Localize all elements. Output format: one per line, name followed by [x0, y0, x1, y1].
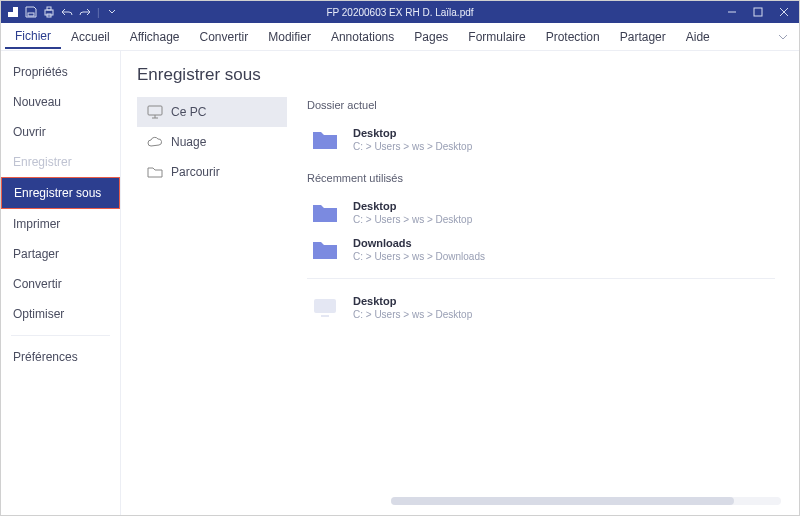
title-bar: | FP 20200603 EX RH D. Laïla.pdf [1, 1, 799, 23]
svg-rect-7 [754, 8, 762, 16]
menu-modifier[interactable]: Modifier [258, 26, 321, 48]
sidebar-item-partager[interactable]: Partager [1, 239, 120, 269]
entry-path: C: > Users > ws > Desktop [353, 141, 472, 152]
sidebar-item-ouvrir[interactable]: Ouvrir [1, 117, 120, 147]
entry-name: Desktop [353, 295, 472, 307]
monitor-icon [147, 105, 163, 119]
entry-path: C: > Users > ws > Downloads [353, 251, 485, 262]
file-sidebar: Propriétés Nouveau Ouvrir Enregistrer En… [1, 51, 121, 515]
redo-icon[interactable] [79, 6, 91, 18]
window-controls [721, 3, 795, 21]
menu-formulaire[interactable]: Formulaire [458, 26, 535, 48]
entry-text: Desktop C: > Users > ws > Desktop [353, 295, 472, 320]
sidebar-item-nouveau[interactable]: Nouveau [1, 87, 120, 117]
entry-name: Desktop [353, 200, 472, 212]
menu-convertir[interactable]: Convertir [190, 26, 259, 48]
location-this-pc[interactable]: Ce PC [137, 97, 287, 127]
cloud-icon [147, 135, 163, 149]
menu-bar: Fichier Accueil Affichage Convertir Modi… [1, 23, 799, 51]
folder-fill-icon [311, 128, 339, 152]
location-label: Parcourir [171, 165, 220, 179]
sidebar-item-preferences[interactable]: Préférences [1, 342, 120, 372]
menu-fichier[interactable]: Fichier [5, 25, 61, 49]
entry-text: Downloads C: > Users > ws > Downloads [353, 237, 485, 262]
app-logo-icon [7, 6, 19, 18]
save-as-panel: Enregistrer sous Ce PC Nuage [121, 51, 799, 515]
svg-rect-2 [28, 13, 34, 16]
svg-rect-12 [321, 315, 329, 317]
location-label: Nuage [171, 135, 206, 149]
undo-icon[interactable] [61, 6, 73, 18]
menu-aide[interactable]: Aide [676, 26, 720, 48]
scrollbar-thumb[interactable] [391, 497, 734, 505]
locations-content: Dossier actuel Desktop C: > Users > ws >… [287, 97, 783, 515]
location-browse[interactable]: Parcourir [137, 157, 287, 187]
title-bar-left: | [1, 6, 118, 18]
svg-rect-1 [8, 7, 13, 12]
location-cloud[interactable]: Nuage [137, 127, 287, 157]
sidebar-item-convertir[interactable]: Convertir [1, 269, 120, 299]
other-entry[interactable]: Desktop C: > Users > ws > Desktop [307, 289, 775, 326]
sidebar-separator [11, 335, 110, 336]
menu-protection[interactable]: Protection [536, 26, 610, 48]
sidebar-item-proprietes[interactable]: Propriétés [1, 57, 120, 87]
sidebar-item-optimiser[interactable]: Optimiser [1, 299, 120, 329]
entry-text: Desktop C: > Users > ws > Desktop [353, 200, 472, 225]
folder-fill-icon [311, 238, 339, 262]
menu-partager[interactable]: Partager [610, 26, 676, 48]
location-label: Ce PC [171, 105, 206, 119]
panel-body: Ce PC Nuage Parcourir Dossier actue [137, 97, 783, 515]
maximize-button[interactable] [747, 3, 769, 21]
entry-path: C: > Users > ws > Desktop [353, 214, 472, 225]
menu-affichage[interactable]: Affichage [120, 26, 190, 48]
monitor-fill-icon [311, 296, 339, 320]
sidebar-item-enregistrer-sous[interactable]: Enregistrer sous [1, 177, 120, 209]
panel-title: Enregistrer sous [137, 65, 783, 85]
entry-text: Desktop C: > Users > ws > Desktop [353, 127, 472, 152]
current-folder-label: Dossier actuel [307, 99, 775, 111]
entry-name: Desktop [353, 127, 472, 139]
current-folder-entry[interactable]: Desktop C: > Users > ws > Desktop [307, 121, 775, 158]
entry-name: Downloads [353, 237, 485, 249]
main-body: Propriétés Nouveau Ouvrir Enregistrer En… [1, 51, 799, 515]
menu-overflow-icon[interactable] [777, 31, 789, 43]
print-icon[interactable] [43, 6, 55, 18]
entry-path: C: > Users > ws > Desktop [353, 309, 472, 320]
folder-fill-icon [311, 201, 339, 225]
svg-rect-4 [47, 7, 51, 10]
horizontal-scrollbar[interactable] [391, 497, 781, 505]
recent-entry[interactable]: Downloads C: > Users > ws > Downloads [307, 231, 775, 268]
svg-rect-11 [314, 299, 336, 313]
toolbar-divider: | [97, 7, 100, 18]
svg-rect-8 [148, 106, 162, 115]
location-list: Ce PC Nuage Parcourir [137, 97, 287, 515]
menu-accueil[interactable]: Accueil [61, 26, 120, 48]
menu-annotations[interactable]: Annotations [321, 26, 404, 48]
window-title: FP 20200603 EX RH D. Laïla.pdf [1, 7, 799, 18]
save-icon[interactable] [25, 6, 37, 18]
close-button[interactable] [773, 3, 795, 21]
folder-icon [147, 165, 163, 179]
content-divider [307, 278, 775, 279]
sidebar-item-imprimer[interactable]: Imprimer [1, 209, 120, 239]
recent-entry[interactable]: Desktop C: > Users > ws > Desktop [307, 194, 775, 231]
recent-label: Récemment utilisés [307, 172, 775, 184]
menu-pages[interactable]: Pages [404, 26, 458, 48]
sidebar-item-enregistrer: Enregistrer [1, 147, 120, 177]
minimize-button[interactable] [721, 3, 743, 21]
chevron-down-icon[interactable] [106, 6, 118, 18]
